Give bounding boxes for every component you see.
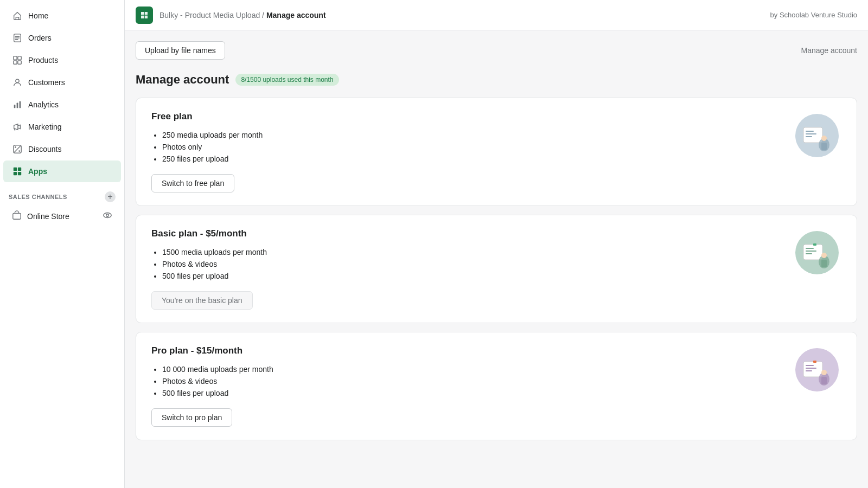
plan-features-pro: 10 000 media uploads per monthPhotos & v… (151, 365, 782, 397)
add-sales-channel-button[interactable]: + (105, 191, 116, 202)
plan-title-pro: Pro plan - $15/month (151, 345, 782, 356)
svg-rect-28 (803, 245, 822, 260)
sidebar-item-customers[interactable]: Customers (3, 72, 121, 93)
upload-by-file-names-button[interactable]: Upload by file names (136, 41, 225, 60)
sales-channels-label: SALES CHANNELS (9, 194, 67, 200)
svg-rect-29 (806, 248, 814, 249)
breadcrumb: Bulky - Product Media Upload / Manage ac… (159, 11, 326, 20)
app-logo (136, 7, 153, 24)
sidebar-item-label-analytics: Analytics (28, 100, 59, 109)
manage-account-link[interactable]: Manage account (801, 46, 857, 55)
svg-rect-32 (813, 243, 816, 246)
svg-rect-4 (18, 61, 21, 64)
svg-rect-35 (821, 260, 827, 267)
plan-button-basic: You're on the basic plan (151, 291, 253, 310)
svg-point-10 (18, 150, 20, 152)
svg-rect-22 (806, 133, 816, 134)
topbar-by-text: by Schoolab Venture Studio (770, 11, 857, 19)
svg-rect-39 (806, 368, 816, 369)
sidebar-item-label-apps: Apps (28, 167, 47, 176)
products-icon (12, 55, 23, 66)
plan-button-pro[interactable]: Switch to pro plan (151, 408, 232, 427)
plan-feature: 10 000 media uploads per month (162, 365, 782, 374)
svg-rect-2 (18, 56, 21, 60)
svg-point-25 (821, 136, 827, 141)
page-content: Upload by file names Manage account Mana… (125, 30, 868, 488)
topbar-left: Bulky - Product Media Upload / Manage ac… (136, 7, 326, 24)
svg-point-18 (106, 214, 109, 217)
plan-title-free: Free plan (151, 111, 782, 122)
breadcrumb-app: Bulky - Product Media Upload (159, 11, 260, 20)
plan-illustration-basic (793, 228, 841, 277)
sidebar-item-products[interactable]: Products (3, 49, 121, 71)
svg-point-5 (16, 79, 19, 82)
orders-icon (12, 33, 23, 43)
plan-button-free[interactable]: Switch to free plan (151, 174, 234, 192)
plan-feature: 1500 media uploads per month (162, 248, 782, 256)
sales-channels-section: SALES CHANNELS + (0, 183, 124, 204)
online-store-icon (12, 210, 22, 222)
plan-card-free: Free plan 250 media uploads per monthPho… (136, 98, 857, 206)
svg-rect-40 (806, 370, 812, 371)
svg-rect-26 (821, 143, 827, 150)
svg-point-43 (821, 370, 827, 375)
sidebar-item-marketing[interactable]: Marketing (3, 116, 121, 138)
sidebar-item-label-customers: Customers (28, 78, 65, 87)
plan-card-basic: Basic plan - $5/month 1500 media uploads… (136, 215, 857, 323)
home-icon (12, 10, 23, 21)
plan-illustration-free (793, 111, 841, 160)
svg-rect-30 (806, 251, 816, 252)
sidebar-item-orders[interactable]: Orders (3, 27, 121, 49)
sidebar-item-label-orders: Orders (28, 34, 52, 42)
topbar: Bulky - Product Media Upload / Manage ac… (125, 0, 868, 30)
sidebar-item-label-home: Home (28, 11, 48, 20)
svg-rect-8 (20, 101, 21, 108)
plan-title-basic: Basic plan - $5/month (151, 228, 782, 239)
svg-rect-38 (806, 365, 814, 366)
main-content-area: Bulky - Product Media Upload / Manage ac… (125, 0, 868, 488)
page-title: Manage account (136, 73, 229, 87)
plan-feature: 250 files per upload (162, 155, 782, 163)
plan-card-content-basic: Basic plan - $5/month 1500 media uploads… (151, 228, 782, 310)
marketing-icon (12, 121, 23, 132)
apps-icon (12, 166, 23, 177)
sidebar-item-discounts[interactable]: Discounts (3, 138, 121, 160)
plan-feature: 500 files per upload (162, 272, 782, 280)
plan-feature: 250 media uploads per month (162, 131, 782, 139)
plan-feature: Photos only (162, 143, 782, 151)
svg-rect-16 (13, 213, 21, 219)
breadcrumb-current: Manage account (266, 11, 326, 20)
svg-rect-15 (18, 172, 21, 175)
svg-rect-23 (806, 136, 812, 137)
svg-rect-20 (803, 127, 822, 143)
sidebar-item-analytics[interactable]: Analytics (3, 94, 121, 115)
plan-feature: 500 files per upload (162, 389, 782, 397)
svg-rect-37 (803, 362, 822, 377)
sidebar: Home Orders Products Customers Analytics… (0, 0, 125, 488)
plan-feature: Photos & videos (162, 260, 782, 268)
sidebar-item-home[interactable]: Home (3, 5, 121, 27)
plan-illustration-pro (793, 345, 841, 394)
plan-features-basic: 1500 media uploads per monthPhotos & vid… (151, 248, 782, 280)
sidebar-item-label-marketing: Marketing (28, 123, 61, 131)
svg-point-9 (15, 146, 16, 148)
plans-container: Free plan 250 media uploads per monthPho… (136, 98, 857, 440)
online-store-eye-icon[interactable] (103, 210, 112, 222)
svg-rect-6 (14, 105, 16, 108)
sidebar-item-label-discounts: Discounts (28, 145, 61, 153)
sidebar-item-apps[interactable]: Apps (3, 160, 121, 182)
svg-rect-44 (821, 377, 827, 384)
svg-rect-21 (806, 131, 814, 132)
svg-rect-31 (806, 253, 812, 254)
svg-rect-13 (18, 168, 21, 171)
sidebar-navigation: Home Orders Products Customers Analytics… (0, 4, 124, 183)
svg-rect-14 (14, 172, 17, 175)
breadcrumb-separator: / (262, 11, 266, 20)
uploads-badge: 8/1500 uploads used this month (235, 74, 339, 86)
online-store-label: Online Store (27, 212, 69, 221)
svg-point-17 (104, 213, 111, 218)
plan-card-content-pro: Pro plan - $15/month 10 000 media upload… (151, 345, 782, 427)
svg-rect-7 (17, 102, 18, 108)
sidebar-item-online-store[interactable]: Online Store (3, 205, 121, 227)
svg-rect-3 (14, 61, 17, 64)
